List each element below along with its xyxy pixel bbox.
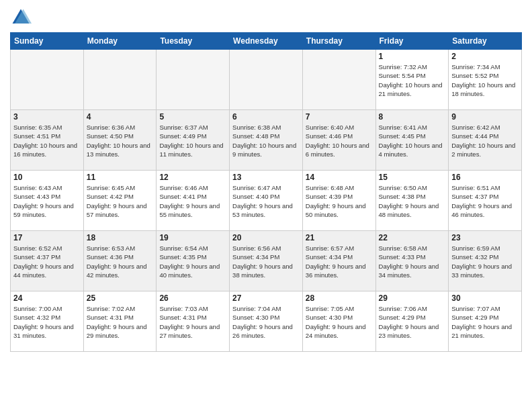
day-number: 19 [159, 233, 226, 242]
calendar-cell: 9Sunrise: 6:42 AM Sunset: 4:44 PM Daylig… [449, 110, 522, 171]
day-info: Sunrise: 6:46 AM Sunset: 4:41 PM Dayligh… [159, 183, 226, 219]
day-number: 8 [379, 112, 446, 122]
calendar-cell: 5Sunrise: 6:37 AM Sunset: 4:49 PM Daylig… [157, 110, 230, 171]
calendar-cell: 14Sunrise: 6:48 AM Sunset: 4:39 PM Dayli… [302, 171, 375, 231]
day-info: Sunrise: 6:45 AM Sunset: 4:42 PM Dayligh… [87, 183, 154, 219]
day-info: Sunrise: 6:43 AM Sunset: 4:43 PM Dayligh… [13, 183, 81, 219]
calendar-cell: 30Sunrise: 7:07 AM Sunset: 4:29 PM Dayli… [449, 291, 522, 352]
col-header-tuesday: Tuesday [157, 33, 230, 50]
calendar-cell: 7Sunrise: 6:40 AM Sunset: 4:46 PM Daylig… [302, 110, 375, 171]
day-info: Sunrise: 7:03 AM Sunset: 4:31 PM Dayligh… [159, 304, 226, 340]
col-header-wednesday: Wednesday [230, 33, 303, 50]
calendar-week-4: 17Sunrise: 6:52 AM Sunset: 4:37 PM Dayli… [11, 231, 522, 291]
calendar-cell: 13Sunrise: 6:47 AM Sunset: 4:40 PM Dayli… [230, 171, 303, 231]
calendar-cell [302, 50, 375, 110]
day-info: Sunrise: 7:34 AM Sunset: 5:52 PM Dayligh… [451, 62, 519, 98]
calendar-cell: 12Sunrise: 6:46 AM Sunset: 4:41 PM Dayli… [157, 171, 230, 231]
calendar-cell: 8Sunrise: 6:41 AM Sunset: 4:45 PM Daylig… [375, 110, 449, 171]
col-header-saturday: Saturday [449, 33, 522, 50]
calendar-cell: 21Sunrise: 6:57 AM Sunset: 4:34 PM Dayli… [302, 231, 375, 291]
day-number: 13 [232, 173, 300, 182]
day-number: 2 [451, 52, 519, 61]
calendar-cell: 18Sunrise: 6:53 AM Sunset: 4:36 PM Dayli… [83, 231, 157, 291]
day-number: 18 [87, 233, 154, 242]
day-number: 11 [87, 173, 154, 182]
calendar-cell: 24Sunrise: 7:00 AM Sunset: 4:32 PM Dayli… [11, 291, 84, 352]
day-info: Sunrise: 7:07 AM Sunset: 4:29 PM Dayligh… [451, 304, 519, 340]
day-info: Sunrise: 6:51 AM Sunset: 4:37 PM Dayligh… [451, 183, 519, 219]
day-info: Sunrise: 6:52 AM Sunset: 4:37 PM Dayligh… [13, 244, 81, 279]
day-info: Sunrise: 6:38 AM Sunset: 4:48 PM Dayligh… [232, 123, 300, 158]
calendar-cell: 2Sunrise: 7:34 AM Sunset: 5:52 PM Daylig… [449, 50, 522, 110]
calendar-cell [11, 50, 84, 110]
day-number: 29 [379, 293, 446, 303]
day-info: Sunrise: 7:06 AM Sunset: 4:29 PM Dayligh… [379, 304, 446, 340]
day-info: Sunrise: 7:32 AM Sunset: 5:54 PM Dayligh… [379, 62, 446, 98]
day-info: Sunrise: 6:59 AM Sunset: 4:32 PM Dayligh… [451, 244, 519, 279]
day-info: Sunrise: 6:40 AM Sunset: 4:46 PM Dayligh… [306, 123, 373, 158]
col-header-thursday: Thursday [302, 33, 375, 50]
day-number: 10 [13, 173, 81, 182]
day-info: Sunrise: 6:42 AM Sunset: 4:44 PM Dayligh… [451, 123, 519, 158]
day-info: Sunrise: 6:57 AM Sunset: 4:34 PM Dayligh… [306, 244, 373, 279]
day-info: Sunrise: 6:47 AM Sunset: 4:40 PM Dayligh… [232, 183, 300, 219]
calendar-cell: 22Sunrise: 6:58 AM Sunset: 4:33 PM Dayli… [375, 231, 449, 291]
day-info: Sunrise: 6:53 AM Sunset: 4:36 PM Dayligh… [87, 244, 154, 279]
day-number: 27 [232, 293, 300, 303]
calendar-cell: 23Sunrise: 6:59 AM Sunset: 4:32 PM Dayli… [449, 231, 522, 291]
day-info: Sunrise: 6:37 AM Sunset: 4:49 PM Dayligh… [159, 123, 226, 158]
day-info: Sunrise: 6:48 AM Sunset: 4:39 PM Dayligh… [306, 183, 373, 219]
day-info: Sunrise: 6:58 AM Sunset: 4:33 PM Dayligh… [379, 244, 446, 279]
day-number: 15 [379, 173, 446, 182]
calendar-table: SundayMondayTuesdayWednesdayThursdayFrid… [10, 32, 522, 352]
day-number: 24 [13, 293, 81, 303]
calendar-cell: 11Sunrise: 6:45 AM Sunset: 4:42 PM Dayli… [83, 171, 157, 231]
day-number: 21 [306, 233, 373, 242]
calendar-cell: 16Sunrise: 6:51 AM Sunset: 4:37 PM Dayli… [449, 171, 522, 231]
day-info: Sunrise: 6:41 AM Sunset: 4:45 PM Dayligh… [379, 123, 446, 158]
day-info: Sunrise: 6:56 AM Sunset: 4:34 PM Dayligh… [232, 244, 300, 279]
day-number: 30 [451, 293, 519, 303]
day-number: 5 [159, 112, 226, 122]
calendar-cell: 17Sunrise: 6:52 AM Sunset: 4:37 PM Dayli… [11, 231, 84, 291]
calendar-cell: 10Sunrise: 6:43 AM Sunset: 4:43 PM Dayli… [11, 171, 84, 231]
day-info: Sunrise: 7:02 AM Sunset: 4:31 PM Dayligh… [87, 304, 154, 340]
calendar-cell [83, 50, 157, 110]
calendar-cell: 28Sunrise: 7:05 AM Sunset: 4:30 PM Dayli… [302, 291, 375, 352]
calendar-cell: 26Sunrise: 7:03 AM Sunset: 4:31 PM Dayli… [157, 291, 230, 352]
calendar-cell [230, 50, 303, 110]
calendar-cell [157, 50, 230, 110]
day-info: Sunrise: 6:54 AM Sunset: 4:35 PM Dayligh… [159, 244, 226, 279]
calendar-week-1: 1Sunrise: 7:32 AM Sunset: 5:54 PM Daylig… [11, 50, 522, 110]
col-header-sunday: Sunday [11, 33, 84, 50]
calendar-header-row: SundayMondayTuesdayWednesdayThursdayFrid… [11, 33, 522, 50]
calendar-week-5: 24Sunrise: 7:00 AM Sunset: 4:32 PM Dayli… [11, 291, 522, 352]
day-number: 25 [87, 293, 154, 303]
calendar-cell: 4Sunrise: 6:36 AM Sunset: 4:50 PM Daylig… [83, 110, 157, 171]
day-number: 3 [13, 112, 81, 122]
calendar-week-3: 10Sunrise: 6:43 AM Sunset: 4:43 PM Dayli… [11, 171, 522, 231]
day-number: 7 [306, 112, 373, 122]
day-info: Sunrise: 7:05 AM Sunset: 4:30 PM Dayligh… [306, 304, 373, 340]
calendar-cell: 19Sunrise: 6:54 AM Sunset: 4:35 PM Dayli… [157, 231, 230, 291]
calendar-cell: 27Sunrise: 7:04 AM Sunset: 4:30 PM Dayli… [230, 291, 303, 352]
day-number: 26 [159, 293, 226, 303]
header [10, 7, 522, 28]
day-info: Sunrise: 7:00 AM Sunset: 4:32 PM Dayligh… [13, 304, 81, 340]
day-number: 4 [87, 112, 154, 122]
day-info: Sunrise: 7:04 AM Sunset: 4:30 PM Dayligh… [232, 304, 300, 340]
calendar-cell: 3Sunrise: 6:35 AM Sunset: 4:51 PM Daylig… [11, 110, 84, 171]
day-number: 23 [451, 233, 519, 242]
calendar-cell: 25Sunrise: 7:02 AM Sunset: 4:31 PM Dayli… [83, 291, 157, 352]
day-info: Sunrise: 6:36 AM Sunset: 4:50 PM Dayligh… [87, 123, 154, 158]
calendar-cell: 6Sunrise: 6:38 AM Sunset: 4:48 PM Daylig… [230, 110, 303, 171]
page: SundayMondayTuesdayWednesdayThursdayFrid… [0, 0, 532, 359]
day-number: 22 [379, 233, 446, 242]
day-number: 9 [451, 112, 519, 122]
day-number: 20 [232, 233, 300, 242]
calendar-cell: 20Sunrise: 6:56 AM Sunset: 4:34 PM Dayli… [230, 231, 303, 291]
day-number: 1 [379, 52, 446, 61]
calendar-cell: 15Sunrise: 6:50 AM Sunset: 4:38 PM Dayli… [375, 171, 449, 231]
calendar-week-2: 3Sunrise: 6:35 AM Sunset: 4:51 PM Daylig… [11, 110, 522, 171]
day-number: 17 [13, 233, 81, 242]
